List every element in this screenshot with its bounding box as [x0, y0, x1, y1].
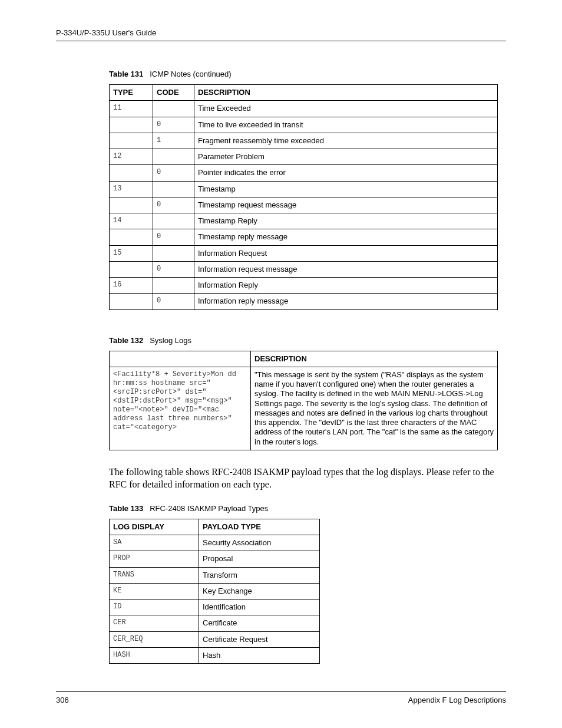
cell-code — [153, 101, 194, 117]
table131-title: ICMP Notes (continued) — [150, 70, 232, 78]
th-log: LOG DISPLAY — [110, 519, 199, 535]
cell-code — [153, 181, 194, 197]
cell-payload: Security Association — [199, 535, 320, 551]
cell-desc: Timestamp request message — [194, 197, 498, 213]
cell-desc: Timestamp — [194, 181, 498, 197]
cell-code — [153, 213, 194, 229]
table131-wrap: Table 131 ICMP Notes (continued) TYPE CO… — [109, 70, 506, 310]
cell-payload: Transform — [199, 567, 320, 583]
table133-caption: Table 133 RFC-2408 ISAKMP Payload Types — [109, 504, 506, 513]
cell-type: 11 — [110, 101, 153, 117]
cell-log: KE — [110, 583, 199, 599]
page-number: 306 — [56, 696, 69, 704]
cell-payload: Key Exchange — [199, 583, 320, 599]
table-row: HASHHash — [110, 647, 320, 663]
cell-code: 0 — [153, 261, 194, 277]
table-row: 0Information request message — [110, 261, 498, 277]
table-row: KEKey Exchange — [110, 583, 320, 599]
th-code: CODE — [153, 85, 194, 101]
cell-log: CER_REQ — [110, 631, 199, 647]
cell-log: SA — [110, 535, 199, 551]
cell-code — [153, 149, 194, 165]
table132-caption: Table 132 Syslog Logs — [109, 336, 506, 345]
cell-code: 0 — [153, 165, 194, 181]
table131-num: Table 131 — [109, 70, 143, 78]
table131-caption: Table 131 ICMP Notes (continued) — [109, 70, 506, 78]
table132: DESCRIPTION <Facility*8 + Severity>Mon d… — [109, 351, 498, 450]
cell-type — [110, 117, 153, 133]
table-row: 0Information reply message — [110, 294, 498, 309]
cell-type — [110, 261, 153, 277]
cell-log: HASH — [110, 647, 199, 663]
table-row: 13Timestamp — [110, 181, 498, 197]
th-payload: PAYLOAD TYPE — [199, 519, 320, 535]
table-row: CERCertificate — [110, 615, 320, 631]
cell-desc: Information Request — [194, 245, 498, 261]
cell-desc: Pointer indicates the error — [194, 165, 498, 181]
cell-desc: Timestamp reply message — [194, 229, 498, 245]
cell-code: 0 — [153, 117, 194, 133]
table133-num: Table 133 — [109, 504, 143, 513]
cell-payload: Identification — [199, 599, 320, 615]
table-row: 12Parameter Problem — [110, 149, 498, 165]
table132-title: Syslog Logs — [150, 336, 191, 345]
cell-type — [110, 229, 153, 245]
cell-type: 13 — [110, 181, 153, 197]
cell-code — [153, 245, 194, 261]
cell-log: PROP — [110, 551, 199, 567]
table-row: 0Timestamp reply message — [110, 229, 498, 245]
cell-payload: Certificate Request — [199, 631, 320, 647]
table131: TYPE CODE DESCRIPTION 11Time Exceeded0Ti… — [109, 84, 498, 310]
table-row: CER_REQCertificate Request — [110, 631, 320, 647]
cell-payload: Certificate — [199, 615, 320, 631]
cell-type: 12 — [110, 149, 153, 165]
cell-type: 14 — [110, 213, 153, 229]
cell-type — [110, 294, 153, 309]
th-type: TYPE — [110, 85, 153, 101]
table-row: TRANSTransform — [110, 567, 320, 583]
cell-desc: Information request message — [194, 261, 498, 277]
cell-payload: Hash — [199, 647, 320, 663]
cell-log: TRANS — [110, 567, 199, 583]
cell-desc: Information reply message — [194, 294, 498, 309]
cell-desc: Fragment reassembly time exceeded — [194, 133, 498, 149]
page-footer: 306 Appendix F Log Descriptions — [56, 691, 506, 704]
cell-desc: Time to live exceeded in transit — [194, 117, 498, 133]
table133-wrap: Table 133 RFC-2408 ISAKMP Payload Types … — [109, 504, 506, 664]
table132-wrap: Table 132 Syslog Logs DESCRIPTION <Facil… — [109, 336, 506, 450]
table133: LOG DISPLAY PAYLOAD TYPE SASecurity Asso… — [109, 519, 320, 664]
page-header: P-334U/P-335U User's Guide — [56, 28, 506, 41]
syslog-format: <Facility*8 + Severity>Mon dd hr:mm:ss h… — [110, 367, 251, 450]
cell-code — [153, 278, 194, 294]
cell-payload: Proposal — [199, 551, 320, 567]
table133-title: RFC-2408 ISAKMP Payload Types — [150, 504, 268, 513]
th-desc: DESCRIPTION — [194, 85, 498, 101]
guide-title: P-334U/P-335U User's Guide — [56, 28, 156, 37]
cell-type: 16 — [110, 278, 153, 294]
paragraph: The following table shows RFC-2408 ISAKM… — [109, 466, 504, 491]
table-row: IDIdentification — [110, 599, 320, 615]
table-row: 15Information Request — [110, 245, 498, 261]
cell-code: 1 — [153, 133, 194, 149]
th-desc: DESCRIPTION — [251, 351, 498, 367]
cell-desc: Information Reply — [194, 278, 498, 294]
cell-type: 15 — [110, 245, 153, 261]
cell-desc: Parameter Problem — [194, 149, 498, 165]
cell-type — [110, 165, 153, 181]
table132-num: Table 132 — [109, 336, 143, 345]
table-row: PROPProposal — [110, 551, 320, 567]
cell-code: 0 — [153, 229, 194, 245]
table-row: 0Pointer indicates the error — [110, 165, 498, 181]
table-header-row: LOG DISPLAY PAYLOAD TYPE — [110, 519, 320, 535]
table-row: 0Time to live exceeded in transit — [110, 117, 498, 133]
cell-code: 0 — [153, 197, 194, 213]
cell-log: ID — [110, 599, 199, 615]
cell-type — [110, 133, 153, 149]
table-row: 11Time Exceeded — [110, 101, 498, 117]
cell-desc: Timestamp Reply — [194, 213, 498, 229]
cell-type — [110, 197, 153, 213]
th-blank — [110, 351, 251, 367]
table-header-row: DESCRIPTION — [110, 351, 498, 367]
table-row: 1Fragment reassembly time exceeded — [110, 133, 498, 149]
table-row: 16Information Reply — [110, 278, 498, 294]
